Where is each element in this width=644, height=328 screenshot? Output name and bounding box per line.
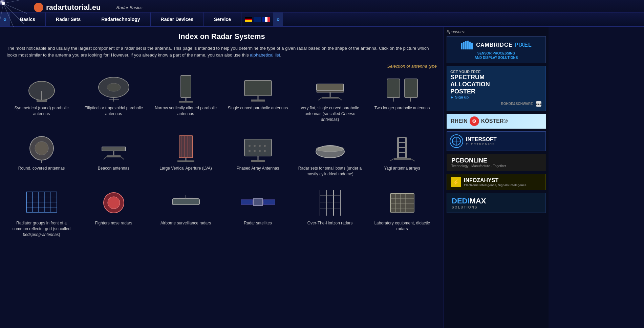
antenna-laboratory[interactable]: Laboratory equipment, didactic radars [367, 186, 437, 239]
antenna-fighters-nose[interactable]: Fighters nose radars [79, 186, 148, 239]
svg-line-68 [411, 159, 415, 161]
antenna-sym-parabolic-label: Symmetrical (round) parabolic antennas [8, 105, 75, 117]
flag-gb[interactable] [254, 17, 261, 22]
antenna-phased-array-label: Phased Array Antennas [237, 166, 279, 171]
svg-rect-28 [405, 79, 417, 97]
antenna-narrow-vertical-label: Narrow vertically aligned parabolic ante… [152, 105, 219, 117]
svg-rect-105 [469, 42, 471, 49]
dedimax-sub: SOLUTIONS [452, 205, 541, 209]
svg-point-49 [249, 145, 251, 147]
svg-point-52 [264, 145, 266, 147]
flag-fr[interactable] [262, 17, 270, 22]
language-flags [241, 17, 273, 22]
sponsor-pcb[interactable]: PCBONLINE Technology · Manufacture · Tog… [447, 154, 546, 171]
antenna-beacon[interactable]: Beacon antennas [79, 131, 148, 179]
antenna-small-boats-label: Radar sets for small boats (under a most… [297, 166, 363, 177]
svg-rect-21 [317, 84, 344, 91]
pcb-name: PCBONLINE [451, 157, 541, 164]
svg-line-26 [339, 98, 342, 100]
nav-item-service[interactable]: Service [204, 13, 241, 26]
antenna-single-curved[interactable]: Single curved parabolic antennas [223, 71, 293, 124]
antenna-radar-satellites-label: Radar satellites [244, 220, 272, 226]
intro-text: The most noticeable and usually the larg… [7, 45, 437, 58]
antenna-yagi[interactable]: Yagi antenna arrays [367, 131, 437, 179]
antenna-round-covered-label: Round, covered antennas [18, 166, 65, 171]
nav-item-basics[interactable]: Basics [10, 13, 46, 26]
svg-point-55 [259, 150, 261, 152]
antenna-laboratory-label: Laboratory equipment, didactic radars [369, 220, 435, 232]
sponsor-cambridge[interactable]: CAMBRIDGE PIXEL SENSOR PROCESSING AND DI… [447, 36, 546, 63]
svg-rect-17 [179, 101, 193, 103]
antenna-two-longer-label: Two longer parabolic antennas [374, 105, 430, 111]
antenna-airborne-surv[interactable]: Airborne surveillance radars [151, 186, 220, 239]
sponsor-infozahyst[interactable]: ⚡ INFOZAHYST Electronic Intelligence, Si… [447, 174, 546, 190]
antenna-phased-array[interactable]: Phased Array Antennas [223, 131, 293, 179]
svg-rect-102 [463, 42, 465, 49]
sponsor-intersoft[interactable]: INTERSOFT ELECTRONICS [447, 131, 546, 151]
antenna-over-horizon[interactable]: Over-The-Horizon radars [295, 186, 365, 239]
poster-link[interactable]: ► Sign up [450, 95, 542, 99]
pcb-sub: Technology · Manufacture · Together [451, 164, 541, 168]
sponsor-rhein[interactable]: RHEIN ⚙ KÖSTER® [447, 114, 546, 129]
alphabetical-list-link[interactable]: alphabetical list [250, 52, 280, 58]
svg-rect-101 [461, 43, 463, 49]
dedimax-dedi: DEDI [452, 197, 470, 205]
antenna-elliptical[interactable]: Elliptical or trapezoidal parabolic ante… [79, 71, 148, 124]
svg-rect-24 [322, 97, 339, 99]
antenna-radar-satellites[interactable]: Radar satellites [223, 186, 293, 239]
svg-rect-48 [251, 160, 265, 162]
svg-rect-45 [177, 160, 194, 162]
svg-point-58 [316, 146, 344, 152]
cambridge-sub1: SENSOR PROCESSING [450, 51, 542, 55]
svg-rect-106 [471, 43, 473, 49]
antenna-flat-cheese-label: very flat, single curved parabolic anten… [297, 105, 363, 122]
dedimax-max: MAX [470, 197, 486, 205]
antenna-two-longer[interactable]: Two longer parabolic antennas [367, 71, 437, 124]
antenna-small-boats[interactable]: Radar sets for small boats (under a most… [295, 131, 365, 179]
svg-rect-46 [244, 139, 272, 156]
flag-de[interactable] [245, 17, 252, 22]
sponsors-label: Sponsors: [447, 29, 546, 34]
svg-line-25 [318, 98, 322, 100]
antenna-radiator-groups[interactable]: Radiator groups in front of a common ref… [7, 186, 76, 239]
svg-point-54 [254, 150, 256, 152]
nav-right-arrow[interactable]: » [273, 13, 283, 26]
sponsor-dedimax[interactable]: DEDIMAX SOLUTIONS [447, 193, 546, 213]
rhein-wheel-icon: ⚙ [470, 116, 479, 126]
antenna-narrow-vertical[interactable]: Narrow vertically aligned parabolic ante… [151, 71, 220, 124]
cambridge-brand: CAMBRIDGE PIXEL [476, 42, 532, 48]
antenna-row-1: Symmetrical (round) parabolic antennas E… [7, 71, 437, 124]
svg-rect-104 [467, 41, 469, 49]
rohde-label: ROHDE&SCHWARZ [501, 102, 533, 106]
svg-rect-66 [394, 158, 411, 160]
navigation: « Basics Radar Sets Radartechnology Rada… [0, 13, 644, 27]
antenna-over-horizon-label: Over-The-Horizon radars [307, 220, 352, 226]
antenna-sym-parabolic[interactable]: Symmetrical (round) parabolic antennas [7, 71, 76, 124]
selection-label: Selection of antenna type [7, 64, 437, 69]
antenna-yagi-label: Yagi antenna arrays [384, 166, 420, 171]
antenna-radiator-groups-label: Radiator groups in front of a common ref… [8, 220, 75, 237]
antenna-round-covered[interactable]: Round, covered antennas [7, 131, 76, 179]
svg-rect-18 [244, 81, 272, 96]
logo: radartutorial.eu [34, 3, 101, 12]
antenna-large-vertical-label: Large Vertical Aperture (LVA) [159, 166, 212, 171]
sponsor-poster[interactable]: GET YOUR FREE SPECTRUMALLOCATIONPOSTER ►… [447, 66, 546, 111]
rhein-text-1: RHEIN [451, 118, 468, 124]
nav-item-radartechnology[interactable]: Radartechnology [91, 13, 150, 26]
intersoft-logo-icon [450, 134, 463, 148]
nav-item-radar-devices[interactable]: Radar Devices [151, 13, 204, 26]
antenna-large-vertical[interactable]: Large Vertical Aperture (LVA) [151, 131, 220, 179]
nav-item-radar-sets[interactable]: Radar Sets [46, 13, 91, 26]
antenna-flat-cheese[interactable]: very flat, single curved parabolic anten… [295, 71, 365, 124]
infozahyst-name: INFOZAHYST [464, 177, 527, 183]
antenna-fighters-nose-label: Fighters nose radars [95, 220, 132, 226]
svg-line-37 [104, 156, 107, 159]
logo-text: radartutorial.eu [46, 3, 101, 12]
rohde-icon: R&S [535, 101, 542, 107]
antenna-single-curved-label: Single curved parabolic antennas [228, 105, 288, 111]
svg-point-50 [254, 145, 256, 147]
svg-text:R&S: R&S [536, 103, 542, 106]
svg-point-53 [249, 150, 251, 152]
nav-left-arrow[interactable]: « [0, 13, 10, 26]
svg-rect-20 [251, 100, 265, 102]
